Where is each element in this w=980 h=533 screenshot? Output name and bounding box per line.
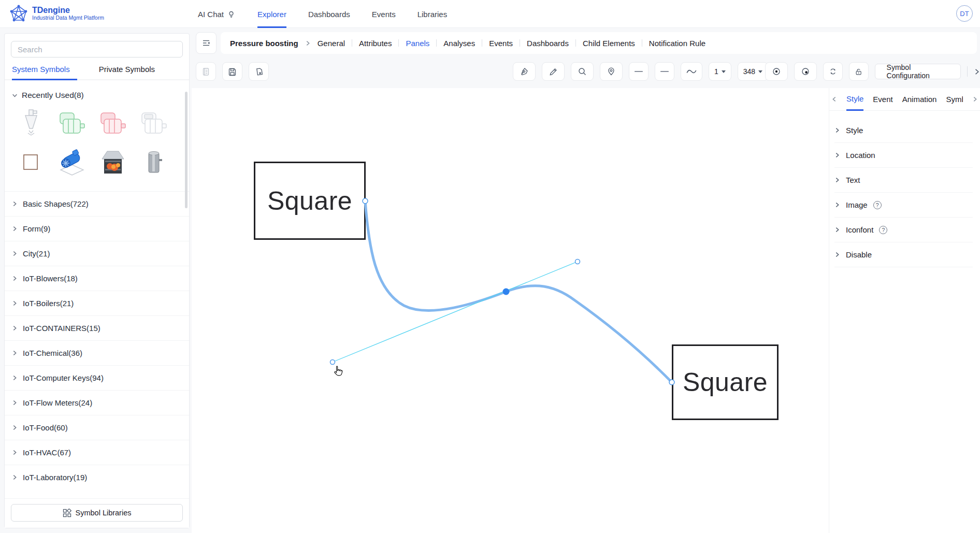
symbol-thumb-square[interactable] bbox=[15, 147, 47, 179]
nav-events[interactable]: Events bbox=[372, 0, 396, 28]
tab-events[interactable]: Events bbox=[489, 39, 513, 48]
tab-panels[interactable]: Panels bbox=[406, 39, 429, 48]
category-iot-boilers[interactable]: IoT-Boilers(21) bbox=[5, 291, 189, 315]
section-location[interactable]: Location bbox=[834, 143, 973, 168]
pencil-tool-button[interactable] bbox=[542, 62, 565, 81]
stroke-width-dropdown[interactable]: 1 bbox=[709, 62, 731, 81]
tab-symbol-properties[interactable]: Symbol Pr bbox=[946, 88, 963, 111]
map-pin-icon bbox=[607, 67, 616, 76]
properties-sections: Style Location Text Image ? Iconfont ? D… bbox=[829, 111, 980, 267]
category-basic-shapes[interactable]: Basic Shapes(722) bbox=[5, 191, 189, 216]
symbol-thumb-tank[interactable] bbox=[138, 147, 170, 179]
section-disable[interactable]: Disable bbox=[834, 242, 973, 267]
refresh-button[interactable] bbox=[823, 62, 843, 81]
tab-event[interactable]: Event bbox=[873, 88, 892, 111]
toolbar-left-group bbox=[196, 62, 269, 81]
chevron-right-icon bbox=[12, 400, 18, 406]
zoom-level-dropdown[interactable]: 348 bbox=[738, 62, 768, 81]
page-list-button[interactable] bbox=[196, 62, 216, 81]
tab-private-symbols[interactable]: Private Symbols bbox=[99, 65, 155, 79]
nav-explorer[interactable]: Explorer bbox=[257, 0, 286, 28]
category-iot-containers[interactable]: IoT-CONTAINERS(15) bbox=[5, 315, 189, 340]
category-form[interactable]: Form(9) bbox=[5, 216, 189, 241]
category-iot-food[interactable]: IoT-Food(60) bbox=[5, 415, 189, 440]
tabs-scroll-right-icon[interactable] bbox=[972, 96, 978, 102]
tab-notification-rule[interactable]: Notification Rule bbox=[649, 39, 705, 48]
category-iot-computer-keys[interactable]: IoT-Computer Keys(94) bbox=[5, 365, 189, 390]
tab-attributes[interactable]: Attributes bbox=[359, 39, 392, 48]
symbol-thumb-motor-green[interactable] bbox=[56, 107, 88, 139]
category-iot-hvac[interactable]: IoT-HVAC(67) bbox=[5, 440, 189, 465]
collapse-panel-button[interactable] bbox=[196, 32, 217, 54]
polyline-tool-button[interactable] bbox=[655, 62, 674, 81]
divider bbox=[398, 39, 399, 47]
tab-dashboards[interactable]: Dashboards bbox=[527, 39, 569, 48]
expand-right-icon[interactable] bbox=[974, 68, 980, 75]
search-input[interactable] bbox=[11, 41, 183, 57]
section-image[interactable]: Image ? bbox=[834, 193, 973, 218]
clear-page-button[interactable] bbox=[249, 62, 269, 81]
symbol-thumb-furnace[interactable] bbox=[97, 147, 129, 179]
pencil-icon bbox=[549, 67, 558, 76]
symbol-libraries-button[interactable]: Symbol Libraries bbox=[11, 504, 183, 522]
divider bbox=[642, 39, 642, 47]
symbol-thumb-motor-red[interactable] bbox=[97, 107, 129, 139]
tab-child-elements[interactable]: Child Elements bbox=[583, 39, 635, 48]
brand-subtitle: Industrial Data Mgmt Platform bbox=[32, 15, 104, 21]
tdengine-logo-icon bbox=[9, 4, 28, 23]
divider bbox=[482, 39, 482, 47]
chevron-right-icon bbox=[12, 450, 18, 455]
chevron-right-icon bbox=[834, 177, 840, 183]
category-iot-blowers[interactable]: IoT-Blowers(18) bbox=[5, 266, 189, 291]
tabs-scroll-left-icon[interactable] bbox=[831, 96, 837, 102]
save-button[interactable] bbox=[222, 62, 242, 81]
anchor-point-alt-button[interactable] bbox=[794, 62, 817, 81]
recently-used-header[interactable]: Recently Used(8) bbox=[5, 80, 189, 103]
unlock-button[interactable] bbox=[849, 62, 868, 81]
section-text[interactable]: Text bbox=[834, 168, 973, 193]
search-zoom-button[interactable] bbox=[571, 62, 594, 81]
tab-system-symbols[interactable]: System Symbols bbox=[12, 65, 77, 80]
chevron-right-icon bbox=[12, 325, 18, 331]
line-tool-button[interactable] bbox=[629, 62, 648, 81]
category-iot-chemical[interactable]: IoT-Chemical(36) bbox=[5, 340, 189, 365]
square-shape-icon bbox=[22, 153, 40, 172]
symbol-thumb-motor-gray[interactable] bbox=[138, 107, 170, 139]
symbol-configuration-button[interactable]: Symbol Configuration bbox=[875, 64, 961, 79]
location-pin-button[interactable] bbox=[600, 62, 623, 81]
category-city[interactable]: City(21) bbox=[5, 241, 189, 266]
components-grid-icon bbox=[63, 509, 71, 517]
user-avatar[interactable]: DT bbox=[956, 5, 973, 22]
section-style[interactable]: Style bbox=[834, 118, 973, 143]
category-iot-laboratory[interactable]: IoT-Laboratory(19) bbox=[5, 465, 189, 489]
motor-red-icon bbox=[99, 111, 127, 135]
radio-dot-offset-icon bbox=[801, 67, 810, 76]
help-icon[interactable]: ? bbox=[879, 226, 887, 234]
pen-tool-button[interactable] bbox=[513, 62, 536, 81]
bezier-handle-point[interactable] bbox=[330, 360, 335, 365]
curve-anchor-dot[interactable] bbox=[503, 289, 510, 295]
category-iot-flow-meters[interactable]: IoT-Flow Meters(24) bbox=[5, 390, 189, 415]
chevron-right-icon bbox=[12, 226, 18, 232]
anchor-point-button[interactable] bbox=[765, 62, 788, 81]
chevron-right-icon bbox=[12, 425, 18, 430]
section-iconfont[interactable]: Iconfont ? bbox=[834, 218, 973, 242]
help-icon[interactable]: ? bbox=[873, 201, 882, 209]
divider bbox=[436, 39, 437, 47]
bezier-handle-point[interactable] bbox=[575, 260, 580, 264]
nav-ai-chat[interactable]: AI Chat bbox=[198, 0, 236, 28]
tab-general[interactable]: General bbox=[318, 39, 345, 48]
canvas-node-square-1[interactable]: Square bbox=[254, 162, 366, 240]
curve-tool-button[interactable] bbox=[681, 62, 702, 81]
breadcrumb-title[interactable]: Pressure boosting bbox=[230, 39, 298, 48]
connection-curve[interactable] bbox=[365, 201, 672, 382]
nav-dashboards[interactable]: Dashboards bbox=[308, 0, 350, 28]
canvas-node-square-2[interactable]: Square bbox=[672, 344, 779, 420]
tab-style[interactable]: Style bbox=[846, 88, 863, 111]
tab-animation[interactable]: Animation bbox=[902, 88, 937, 111]
sidebar-scrollbar[interactable] bbox=[185, 92, 188, 208]
nav-libraries[interactable]: Libraries bbox=[417, 0, 448, 28]
symbol-thumb-blower[interactable] bbox=[56, 147, 88, 179]
symbol-thumb-funnel[interactable] bbox=[15, 107, 47, 139]
tab-analyses[interactable]: Analyses bbox=[443, 39, 475, 48]
